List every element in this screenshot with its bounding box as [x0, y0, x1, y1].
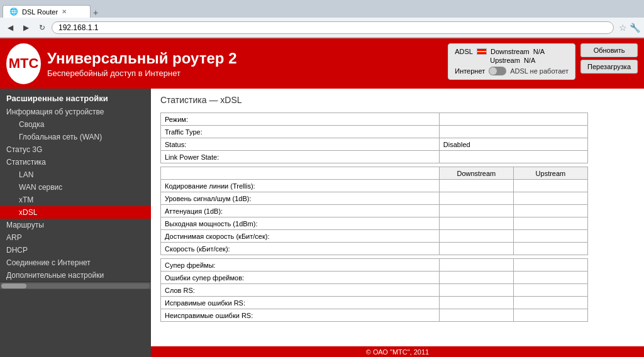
- footer: © ОАО "МТС", 2011: [151, 346, 644, 357]
- internet-toggle[interactable]: [489, 67, 506, 75]
- table-row: Выходная мощность (1dBm):: [161, 217, 588, 230]
- header-text: Универсальный роутер 2 Бесперебойный дос…: [47, 50, 237, 78]
- table-header-row: Downstream Upstream: [161, 167, 588, 180]
- cell-label: Скорость (кБит/сек):: [161, 243, 440, 255]
- sidebar-item-summary[interactable]: Сводка: [0, 118, 151, 131]
- sidebar-item-device-info[interactable]: Информация об устройстве: [0, 106, 151, 118]
- sidebar-scrollbar-h[interactable]: [0, 282, 151, 289]
- col-upstream: Upstream: [513, 167, 587, 180]
- cell-value: [439, 309, 513, 322]
- sidebar-item-xdsl[interactable]: xDSL: [0, 206, 151, 219]
- cell-label: Status:: [161, 138, 440, 151]
- cell-value: [439, 192, 513, 205]
- cell-value: [439, 205, 513, 217]
- cell-label: Режим:: [161, 113, 440, 126]
- nav-bar: ◀ ▶ ↻ ☆ 🔧: [0, 18, 644, 38]
- sidebar-item-advanced[interactable]: Дополнительные настройки: [0, 269, 151, 282]
- upstream-label: Upstream: [490, 57, 520, 64]
- upstream-val: N/A: [524, 57, 535, 64]
- internet-label: Интернет: [455, 67, 485, 75]
- cell-label: Выходная мощность (1dBm):: [161, 217, 440, 230]
- bookmark-icon[interactable]: ☆: [619, 23, 627, 33]
- cell-label: Traffic Type:: [161, 126, 440, 138]
- downstream-val: N/A: [533, 48, 545, 55]
- table-row: Супер фреймы:: [161, 259, 588, 272]
- cell-label: Link Power State:: [161, 151, 440, 163]
- sidebar-item-wan[interactable]: Глобальная сеть (WAN): [0, 131, 151, 143]
- sidebar-item-routes[interactable]: Маршруты: [0, 219, 151, 231]
- header: МТС Универсальный роутер 2 Бесперебойный…: [0, 38, 644, 89]
- cell-value: [439, 126, 587, 138]
- header-right: ADSL Downstream N/A Upstream N/A Интерне…: [448, 43, 638, 80]
- tab-favicon: 🌐: [9, 8, 18, 16]
- main-area: Расширенные настройки Информация об устр…: [0, 89, 644, 357]
- sidebar-item-status3g[interactable]: Статус 3G: [0, 143, 151, 156]
- cell-label: Супер фреймы:: [161, 259, 440, 272]
- table-row: Status: Disabled: [161, 138, 588, 151]
- cell-value: [439, 180, 513, 192]
- table-row: Link Power State:: [161, 151, 588, 163]
- cell-value: [439, 284, 513, 297]
- cell-value: [439, 243, 513, 255]
- cell-label: Кодирование линии (Trellis):: [161, 180, 440, 192]
- sidebar-scroll-track: [1, 283, 150, 288]
- sidebar-header: Расширенные настройки: [0, 89, 151, 106]
- cell-label: Уровень сигнал/шум (1dB):: [161, 192, 440, 205]
- forward-btn[interactable]: ▶: [19, 21, 33, 34]
- header-title: Универсальный роутер 2: [47, 50, 237, 67]
- sidebar-item-lan[interactable]: LAN: [0, 168, 151, 181]
- cell-value: [513, 230, 587, 243]
- cell-label: Исправимые ошибки RS:: [161, 297, 440, 309]
- reboot-btn[interactable]: Перезагрузка: [580, 60, 638, 74]
- cell-value: [513, 217, 587, 230]
- cell-value: [513, 259, 587, 272]
- internet-row: Интернет ADSL не работает: [455, 67, 569, 75]
- cell-value: [513, 243, 587, 255]
- cell-value: Disabled: [439, 138, 587, 151]
- table-row: Кодирование линии (Trellis):: [161, 180, 588, 192]
- xdsl-table: Режим: Traffic Type: Status: Disabled Li…: [160, 113, 588, 322]
- cell-empty: [161, 167, 440, 180]
- cell-value: [439, 230, 513, 243]
- table-row: Достинимая скорость (кБит/сек):: [161, 230, 588, 243]
- back-btn[interactable]: ◀: [4, 21, 17, 34]
- sidebar: Расширенные настройки Информация об устр…: [0, 89, 151, 357]
- adsl-flag-icon: [477, 48, 487, 55]
- content-area: Статистика — xDSL Режим: Traffic Type: S…: [151, 89, 644, 357]
- sidebar-item-stats[interactable]: Статистика: [0, 156, 151, 168]
- cell-label: Достинимая скорость (кБит/сек):: [161, 230, 440, 243]
- header-subtitle: Бесперебойный доступ в Интернет: [47, 69, 237, 78]
- table-row: Скорость (кБит/сек):: [161, 243, 588, 255]
- table-row: Неисправимые ошибки RS:: [161, 309, 588, 322]
- table-row: Режим:: [161, 113, 588, 126]
- sidebar-scroll-thumb[interactable]: [1, 283, 26, 288]
- page-wrapper: МТС Универсальный роутер 2 Бесперебойный…: [0, 38, 644, 357]
- cell-label: Слов RS:: [161, 284, 440, 297]
- address-bar[interactable]: [52, 21, 614, 34]
- col-downstream: Downstream: [439, 167, 513, 180]
- table-row: Исправимые ошибки RS:: [161, 297, 588, 309]
- sidebar-item-xtm[interactable]: xTM: [0, 194, 151, 206]
- sidebar-item-dhcp[interactable]: DHCP: [0, 244, 151, 256]
- table-row: Аттенуация (1dB):: [161, 205, 588, 217]
- reload-btn[interactable]: ↻: [35, 21, 49, 34]
- sidebar-item-internet-conn[interactable]: Соединение с Интернет: [0, 256, 151, 269]
- active-tab[interactable]: 🌐 DSL Router ✕: [3, 5, 91, 18]
- tab-close-btn[interactable]: ✕: [62, 8, 67, 15]
- cell-value: [439, 272, 513, 284]
- table-row: Уровень сигнал/шум (1dB):: [161, 192, 588, 205]
- refresh-btn[interactable]: Обновить: [580, 43, 638, 57]
- table-row: Ошибки супер фреймов:: [161, 272, 588, 284]
- tab-title: DSL Router: [22, 8, 58, 16]
- sidebar-item-wan-svc[interactable]: WAN сервис: [0, 181, 151, 194]
- cell-value: [513, 297, 587, 309]
- adsl-not-working: ADSL не работает: [510, 67, 569, 75]
- sidebar-item-arp[interactable]: ARP: [0, 231, 151, 244]
- new-tab-btn[interactable]: +: [93, 8, 98, 18]
- page-title: Статистика — xDSL: [160, 95, 635, 105]
- logo-egg-inner: МТС: [8, 45, 40, 82]
- settings-icon[interactable]: 🔧: [630, 23, 640, 33]
- cell-value: [513, 180, 587, 192]
- table-row: Traffic Type:: [161, 126, 588, 138]
- cell-value: [439, 259, 513, 272]
